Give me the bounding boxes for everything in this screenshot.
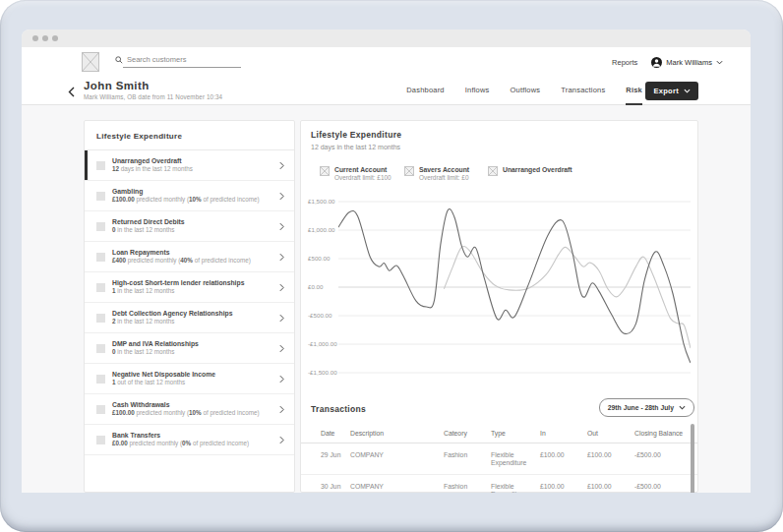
chart-legend: Current Account Overdraft limit: £100 Sa… <box>311 166 697 190</box>
y-axis-tick: £500.00 <box>308 255 330 262</box>
window-control-dot[interactable] <box>52 35 58 41</box>
page-subtitle: Mark Williams, OB date from 11 November … <box>84 93 222 100</box>
risk-item-icon <box>96 222 105 231</box>
risk-item-title: Returned Direct Debits <box>112 218 268 226</box>
image-placeholder-icon <box>320 166 330 176</box>
nav-tabs: DashboardInflowsOutflowsTransactionsRisk <box>406 77 642 105</box>
device-frame: Reports Mark Williams John Smith Mark Wi… <box>0 0 783 532</box>
lifestyle-expenditure-panel: Lifestyle Expenditure 12 days in the las… <box>300 120 698 493</box>
table-cell: COMPANY <box>350 443 444 475</box>
sidebar-item[interactable]: Unarranged Overdraft 12 days in the last… <box>85 150 294 181</box>
table-column-header: Type <box>491 424 540 443</box>
risk-item-icon <box>96 314 105 323</box>
window-control-dot[interactable] <box>42 35 48 41</box>
risk-item-icon <box>96 344 105 353</box>
risk-item-value: 0 in the last 12 months <box>112 227 268 234</box>
y-axis-tick: -£1,000.00 <box>308 340 337 347</box>
table-row[interactable]: 29 JunCOMPANYFashionFlexible Expenditure… <box>301 443 697 476</box>
content-area: Lifestyle Expenditure Unarranged Overdra… <box>22 105 751 493</box>
table-cell: -£500.00 <box>634 475 693 493</box>
risk-item-title: DMP and IVA Relationships <box>112 340 268 348</box>
search-input[interactable] <box>123 54 241 68</box>
risk-item-value: £100.00 predicted monthly (10% of predic… <box>112 410 268 417</box>
date-range-dropdown[interactable]: 29th June - 28th July <box>599 398 694 417</box>
chevron-right-icon <box>279 344 284 353</box>
table-cell: Flexible Expenditure <box>491 443 540 475</box>
legend-item[interactable]: Unarranged Overdraft <box>488 166 572 176</box>
risk-item-value: £0.00 predicted monthly (0% of predicted… <box>112 441 268 447</box>
tab-transactions[interactable]: Transactions <box>561 77 605 105</box>
y-axis-tick: £0.00 <box>308 283 323 290</box>
avatar-icon <box>651 57 662 68</box>
table-cell: -£500.00 <box>634 443 693 475</box>
line-chart-svg <box>338 194 691 379</box>
legend-item[interactable]: Savers Account Overdraft limit: £0 <box>404 166 469 181</box>
back-chevron-icon[interactable] <box>68 84 75 101</box>
chevron-right-icon <box>279 283 284 292</box>
legend-sublabel: Overdraft limit: £0 <box>419 174 469 181</box>
chevron-down-icon <box>679 405 686 410</box>
chevron-right-icon <box>279 222 284 231</box>
risk-item-icon <box>96 375 105 384</box>
sidebar-item[interactable]: Gambling £100.00 predicted monthly (10% … <box>85 181 294 211</box>
sidebar-item[interactable]: High-cost Short-term lender relationship… <box>85 272 294 303</box>
transactions-table: DateDescriptionCateoryTypeInOutClosing B… <box>301 424 697 493</box>
window-control-dot[interactable] <box>32 35 38 41</box>
risk-item-title: Debt Collection Agency Relationships <box>112 310 268 318</box>
chevron-right-icon <box>279 375 284 384</box>
risk-item-title: Cash Withdrawals <box>112 401 268 409</box>
image-placeholder-icon <box>488 166 498 176</box>
chevron-right-icon <box>279 192 284 201</box>
risk-item-title: Unarranged Overdraft <box>112 157 268 165</box>
tab-inflows[interactable]: Inflows <box>465 77 490 105</box>
series-savers-account <box>444 246 691 348</box>
sidebar-item[interactable]: Loan Repayments £400 predicted monthly (… <box>85 242 294 272</box>
sidebar-item[interactable]: Returned Direct Debits 0 in the last 12 … <box>85 211 294 242</box>
table-cell: Fashion <box>444 475 491 493</box>
tab-outflows[interactable]: Outflows <box>511 77 541 105</box>
tab-dashboard[interactable]: Dashboard <box>406 77 445 105</box>
risk-item-value: 1 in the last 12 months <box>112 288 268 295</box>
table-cell: £100.00 <box>540 475 587 493</box>
chevron-right-icon <box>279 405 284 414</box>
risk-item-value: 2 in the last 12 months <box>112 319 268 325</box>
window-titlebar <box>22 30 751 47</box>
user-menu[interactable]: Mark Williams <box>651 57 723 68</box>
sidebar-item[interactable]: Negative Net Disposable Income 1 out of … <box>85 364 294 394</box>
chevron-right-icon <box>279 253 284 262</box>
table-row[interactable]: 30 JunCOMPANYFashionFlexible Expenditure… <box>301 475 697 493</box>
sidebar-item[interactable]: DMP and IVA Relationships 0 in the last … <box>85 333 294 364</box>
sidebar-item[interactable]: Bank Transfers £0.00 predicted monthly (… <box>85 425 294 455</box>
y-axis-tick: -£1,500.00 <box>308 369 337 376</box>
chevron-right-icon <box>279 161 284 170</box>
legend-sublabel: Overdraft limit: £100 <box>334 174 392 181</box>
risk-item-title: Negative Net Disposable Income <box>112 371 268 379</box>
page-title: John Smith <box>84 80 222 91</box>
risk-item-icon <box>96 283 105 292</box>
chevron-down-icon <box>684 89 691 93</box>
table-cell: Fashion <box>444 443 491 475</box>
table-cell: £100.00 <box>540 443 587 475</box>
table-cell: 29 Jun <box>321 443 350 475</box>
y-axis-tick: £1,000.00 <box>308 226 335 233</box>
table-column-header: Date <box>321 424 350 443</box>
chevron-down-icon <box>716 60 723 65</box>
risk-item-value: 12 days in the last 12 months <box>112 166 268 173</box>
sidebar-item[interactable]: Cash Withdrawals £100.00 predicted month… <box>85 394 294 425</box>
tab-risk[interactable]: Risk <box>626 77 642 105</box>
legend-item[interactable]: Current Account Overdraft limit: £100 <box>320 166 392 181</box>
sidebar-item[interactable]: Debt Collection Agency Relationships 2 i… <box>85 303 294 333</box>
risk-item-title: High-cost Short-term lender relationship… <box>112 279 268 287</box>
reports-link[interactable]: Reports <box>612 58 637 67</box>
series-current-account <box>338 209 691 364</box>
balance-chart: £1,500.00£1,000.00£500.00£0.00-£500.00-£… <box>301 194 697 390</box>
y-axis-tick: -£500.00 <box>308 312 331 319</box>
risk-item-icon <box>96 192 105 201</box>
export-button[interactable]: Export <box>645 82 698 100</box>
table-column-header: Closing Balance <box>634 424 693 443</box>
risk-item-value: £400 predicted monthly (40% of predicted… <box>112 258 268 265</box>
table-cell: £100.00 <box>587 443 634 475</box>
table-column-header: Description <box>350 424 444 443</box>
table-scrollbar[interactable] <box>691 424 694 493</box>
y-axis-tick: £1,500.00 <box>308 198 335 205</box>
